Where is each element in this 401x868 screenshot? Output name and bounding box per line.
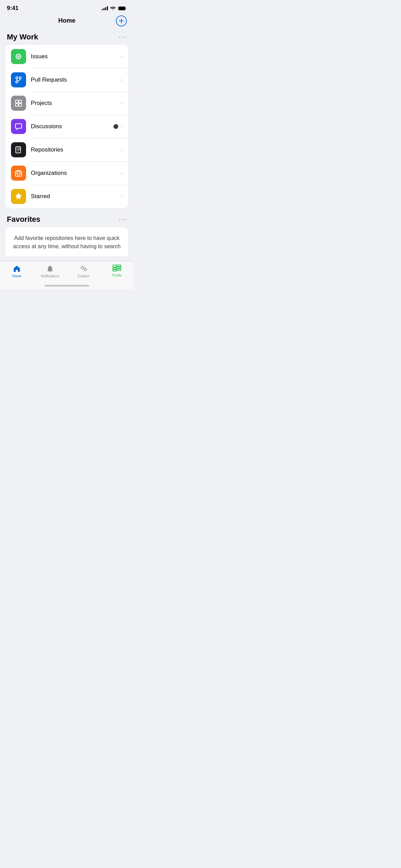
notifications-tab-label: Notifications bbox=[41, 274, 59, 278]
svg-rect-17 bbox=[113, 268, 116, 269]
issues-icon bbox=[11, 49, 26, 64]
battery-icon bbox=[118, 6, 127, 11]
tab-explore[interactable]: Explore bbox=[67, 261, 100, 282]
explore-tab-label: Explore bbox=[78, 274, 89, 278]
my-work-more-button[interactable]: ··· bbox=[119, 33, 127, 41]
wifi-icon bbox=[110, 6, 116, 10]
favorites-section-header: Favorites ··· bbox=[5, 211, 128, 227]
svg-rect-21 bbox=[117, 269, 121, 270]
starred-item[interactable]: Starred › bbox=[5, 185, 128, 208]
scroll-content: My Work ··· Issues › bbox=[0, 28, 134, 256]
starred-icon bbox=[11, 189, 26, 204]
repositories-icon bbox=[11, 142, 26, 157]
tab-notifications[interactable]: Notifications bbox=[34, 261, 67, 282]
svg-rect-11 bbox=[16, 147, 21, 153]
pull-requests-label: Pull Requests bbox=[31, 76, 121, 83]
svg-rect-13 bbox=[16, 173, 18, 174]
notifications-tab-icon bbox=[46, 265, 54, 273]
repositories-chevron: › bbox=[121, 147, 123, 153]
profile-tab-icon bbox=[112, 265, 121, 272]
home-tab-icon bbox=[13, 265, 21, 273]
signal-icon bbox=[102, 6, 108, 10]
svg-rect-14 bbox=[19, 173, 21, 174]
favorites-empty-text: Add favorite repositories here to have q… bbox=[5, 227, 128, 256]
svg-rect-10 bbox=[19, 104, 22, 106]
discussions-chevron: › bbox=[121, 123, 123, 130]
projects-item[interactable]: Projects › bbox=[5, 92, 128, 115]
page-header: Home bbox=[0, 14, 134, 28]
home-tab-label: Home bbox=[12, 274, 21, 278]
issues-item[interactable]: Issues › bbox=[5, 45, 128, 68]
discussions-badge bbox=[113, 124, 118, 129]
starred-chevron: › bbox=[121, 193, 123, 200]
organizations-chevron: › bbox=[121, 170, 123, 176]
svg-rect-9 bbox=[15, 104, 18, 106]
profile-tab-label: Profile bbox=[112, 274, 122, 277]
organizations-item[interactable]: Organizations › bbox=[5, 161, 128, 185]
svg-rect-19 bbox=[117, 265, 121, 266]
svg-rect-8 bbox=[19, 100, 22, 103]
projects-icon bbox=[11, 96, 26, 111]
projects-chevron: › bbox=[121, 100, 123, 106]
svg-point-3 bbox=[17, 56, 20, 58]
svg-rect-18 bbox=[113, 270, 116, 271]
home-indicator bbox=[45, 285, 89, 287]
discussions-label: Discussions bbox=[31, 123, 113, 130]
my-work-title: My Work bbox=[7, 33, 38, 41]
starred-label: Starred bbox=[31, 193, 121, 200]
projects-label: Projects bbox=[31, 100, 121, 107]
explore-tab-icon bbox=[80, 265, 88, 273]
status-bar: 9:41 bbox=[0, 0, 134, 14]
pull-requests-item[interactable]: Pull Requests › bbox=[5, 68, 128, 92]
svg-point-15 bbox=[85, 268, 87, 270]
tab-profile[interactable]: Profile bbox=[100, 261, 134, 282]
my-work-section-header: My Work ··· bbox=[5, 28, 128, 45]
pull-requests-chevron: › bbox=[121, 77, 123, 83]
svg-rect-20 bbox=[117, 267, 121, 268]
tab-home[interactable]: Home bbox=[0, 261, 34, 282]
status-icons bbox=[102, 6, 127, 11]
organizations-icon bbox=[11, 166, 26, 181]
repositories-item[interactable]: Repositories › bbox=[5, 138, 128, 161]
svg-rect-7 bbox=[15, 100, 18, 103]
discussions-icon bbox=[11, 119, 26, 134]
svg-rect-16 bbox=[113, 265, 116, 267]
status-time: 9:41 bbox=[7, 5, 19, 12]
organizations-label: Organizations bbox=[31, 170, 121, 177]
page-title: Home bbox=[58, 17, 75, 24]
svg-rect-1 bbox=[119, 7, 125, 10]
favorites-card: Add favorite repositories here to have q… bbox=[5, 227, 128, 256]
my-work-card: Issues › Pull Requests › bbox=[5, 45, 128, 208]
repositories-label: Repositories bbox=[31, 146, 121, 153]
add-button[interactable] bbox=[116, 15, 127, 26]
favorites-title: Favorites bbox=[7, 215, 40, 224]
issues-label: Issues bbox=[31, 53, 121, 60]
issues-chevron: › bbox=[121, 53, 123, 60]
favorites-more-button[interactable]: ··· bbox=[119, 216, 127, 223]
discussions-item[interactable]: Discussions › bbox=[5, 115, 128, 138]
pull-requests-icon bbox=[11, 72, 26, 87]
